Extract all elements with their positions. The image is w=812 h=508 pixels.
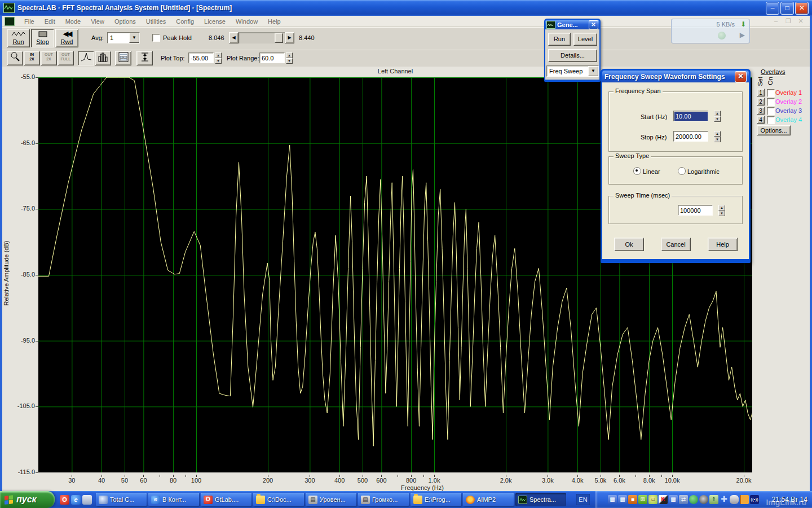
generator-details-button[interactable]: Details...: [548, 49, 597, 62]
menu-license[interactable]: License: [199, 17, 231, 26]
sweep-time-spinner[interactable]: ▲▼: [718, 205, 725, 216]
taskbar-item-cdoc[interactable]: C:\Doc...: [253, 493, 304, 506]
autoscale-button[interactable]: [136, 51, 153, 65]
position-scrollbar[interactable]: [239, 32, 285, 43]
mouse-icon[interactable]: [730, 495, 739, 504]
play-icon[interactable]: ▶: [740, 31, 745, 39]
network-icon[interactable]: ▩: [608, 495, 617, 504]
menu-edit[interactable]: Edit: [39, 17, 60, 26]
scroll-right-icon[interactable]: ▶: [285, 32, 294, 43]
zoom-button[interactable]: [7, 51, 23, 65]
menu-mode[interactable]: Mode: [60, 17, 86, 26]
sweep-time-input[interactable]: [678, 205, 713, 216]
globe-icon[interactable]: [689, 495, 698, 504]
minimize-icon[interactable]: –: [766, 2, 779, 15]
zoom-in-2x-button[interactable]: IN 2X: [24, 51, 40, 65]
opera-icon[interactable]: O: [60, 495, 69, 505]
taskbar-item-spectralab[interactable]: Spectra...: [515, 493, 566, 506]
scrollbar-thumb[interactable]: [275, 33, 283, 43]
plot-top-input[interactable]: [188, 52, 214, 63]
taskbar-item-aimp[interactable]: AIMP2: [463, 493, 514, 506]
plot-range-input[interactable]: [259, 52, 285, 63]
language-indicator[interactable]: EN: [576, 494, 590, 505]
overlay-2-set-button[interactable]: 2: [757, 98, 765, 106]
start-hz-input[interactable]: [673, 111, 708, 121]
updater-icon[interactable]: ⇑: [709, 495, 718, 504]
overlay-4-set-button[interactable]: 4: [757, 116, 765, 124]
stop-hz-spinner[interactable]: ▲▼: [714, 131, 721, 142]
network-icon[interactable]: ▩: [618, 495, 627, 504]
overlay-1-checkbox[interactable]: [767, 89, 775, 97]
overlay-2-checkbox[interactable]: [767, 98, 775, 106]
menu-view[interactable]: View: [86, 17, 109, 26]
mdi-close-icon[interactable]: ✕: [796, 17, 805, 25]
waveform-select[interactable]: Freq Sweep ▼: [546, 65, 599, 77]
qip-smiley-icon[interactable]: ☺: [648, 495, 657, 504]
mdi-minimize-icon[interactable]: –: [771, 17, 780, 25]
taskbar-item-vkontakte[interactable]: e В Конт...: [148, 493, 199, 506]
avg-value: 1: [108, 34, 129, 41]
taskbar-item-eprog[interactable]: E:\Prog...: [411, 493, 461, 506]
overlay-4-checkbox[interactable]: [767, 116, 775, 124]
menu-help[interactable]: Help: [263, 17, 286, 26]
menu-config[interactable]: Config: [171, 17, 199, 26]
menu-window[interactable]: Window: [231, 17, 263, 26]
run-button[interactable]: Run: [7, 29, 30, 47]
ok-button[interactable]: Ok: [614, 238, 644, 251]
close-icon[interactable]: ✕: [795, 2, 809, 15]
network-icon[interactable]: ▩: [669, 495, 678, 504]
taskbar-item-level[interactable]: ▤ Уровен...: [306, 493, 356, 506]
maximize-icon[interactable]: □: [780, 2, 794, 15]
stop-button[interactable]: Stop: [31, 29, 54, 47]
rewind-button[interactable]: ◀◀ Rwd: [55, 29, 78, 47]
qip-mail-icon[interactable]: ✉: [638, 495, 647, 504]
disc-icon[interactable]: [699, 495, 708, 504]
pc-sync-icon[interactable]: ⇄: [679, 495, 688, 504]
generator-run-button[interactable]: Run: [548, 33, 571, 46]
menu-utilities[interactable]: Utilities: [141, 17, 171, 26]
overlays-on-label: On: [767, 77, 774, 85]
dictionary-icon[interactable]: [740, 495, 749, 504]
generator-level-button[interactable]: Level: [573, 33, 597, 46]
switcher-plus-icon[interactable]: ✚: [720, 495, 729, 504]
stop-hz-input[interactable]: [673, 131, 708, 142]
zoom-out-full-button[interactable]: OUT FULL: [58, 51, 74, 65]
taskbar-item-total-commander[interactable]: Total C...: [96, 493, 147, 506]
show-desktop-icon[interactable]: [82, 495, 92, 505]
logarithmic-radio[interactable]: [678, 167, 686, 175]
overlay-3-set-button[interactable]: 3: [757, 107, 765, 115]
taskbar-item-gtlab[interactable]: O GtLab....: [201, 493, 251, 506]
help-button[interactable]: Help: [708, 238, 738, 251]
kaspersky-icon[interactable]: K: [659, 495, 668, 504]
peak-curve-button[interactable]: [78, 51, 94, 65]
peak-hold-checkbox[interactable]: [152, 34, 160, 42]
overlays-options-button[interactable]: Options...: [757, 125, 791, 135]
internet-explorer-icon[interactable]: e: [71, 495, 81, 505]
cancel-button[interactable]: Cancel: [661, 238, 691, 251]
chevron-down-icon[interactable]: ▼: [588, 66, 598, 76]
menu-options[interactable]: Options: [109, 17, 141, 26]
taskbar-item-volume[interactable]: ▤ Громко...: [358, 493, 409, 506]
avg-select[interactable]: 1 ▼: [107, 32, 140, 43]
start-button[interactable]: пуск: [0, 491, 55, 508]
media-player-icon[interactable]: ■: [628, 495, 637, 504]
histogram-button[interactable]: [95, 51, 111, 65]
radio-icon[interactable]: ((•)): [750, 495, 759, 504]
scroll-left-icon[interactable]: ◀: [229, 32, 239, 43]
in-2x-label: IN: [30, 52, 34, 56]
magnifier-icon: [10, 59, 21, 63]
chevron-down-icon[interactable]: ▼: [129, 33, 139, 43]
mdi-restore-icon[interactable]: ❐: [784, 17, 793, 25]
overlay-1-set-button[interactable]: 1: [757, 89, 765, 97]
generator-close-icon[interactable]: ✕: [589, 20, 598, 29]
zoom-out-2x-button[interactable]: OUT 2X: [41, 51, 57, 65]
plot-range-spinner[interactable]: ▲▼: [286, 52, 293, 63]
menu-file[interactable]: File: [19, 17, 39, 26]
mdi-child-icon[interactable]: [5, 17, 15, 26]
dialog-close-icon[interactable]: ✕: [735, 71, 747, 82]
linear-radio[interactable]: [633, 167, 641, 175]
plot-top-spinner[interactable]: ▲▼: [215, 52, 222, 63]
overlay-3-checkbox[interactable]: [767, 107, 775, 115]
start-hz-spinner[interactable]: ▲▼: [714, 111, 721, 122]
display-options-button[interactable]: [115, 51, 131, 65]
